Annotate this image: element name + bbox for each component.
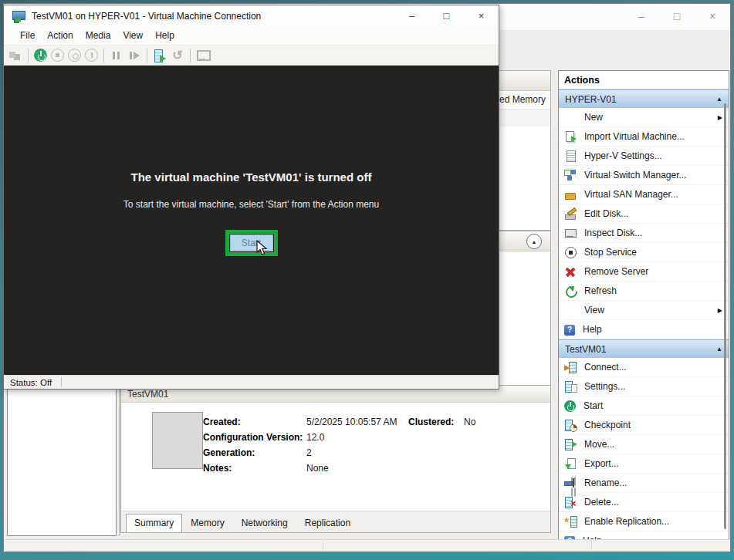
delete-icon — [564, 496, 577, 508]
action-item-inspect-disk[interactable]: Inspect Disk... — [559, 224, 729, 243]
statusbar-separator — [61, 377, 62, 387]
action-label: View — [584, 305, 604, 315]
action-item-hyperv-settings[interactable]: Hyper-V Settings... — [559, 147, 729, 166]
collapse-section-icon[interactable]: ▲ — [716, 96, 722, 103]
collapse-panel-button[interactable]: ▲ — [526, 234, 542, 249]
save-icon[interactable] — [85, 49, 98, 62]
action-item-export[interactable]: Export... — [559, 454, 729, 474]
tab-memory[interactable]: Memory — [182, 514, 232, 532]
collapse-section-icon[interactable]: ▲ — [716, 346, 722, 353]
action-item-enable-replication[interactable]: Enable Replication... — [559, 512, 729, 531]
vm-screen: The virtual machine 'TestVM01' is turned… — [4, 66, 499, 375]
action-label: Checkpoint — [584, 420, 631, 430]
enhanced-session-icon[interactable] — [196, 49, 210, 62]
checkpoint-icon — [564, 419, 577, 431]
start-icon[interactable] — [34, 49, 47, 62]
manager-maximize-button[interactable]: □ — [659, 4, 695, 29]
detail-value: None — [306, 463, 329, 474]
action-label: Stop Service — [584, 247, 637, 258]
checkpoint-icon[interactable] — [153, 49, 167, 62]
manager-close-button[interactable]: × — [695, 4, 730, 29]
turn-off-icon[interactable] — [51, 49, 64, 62]
tab-replication[interactable]: Replication — [296, 514, 359, 532]
action-label: New — [584, 112, 603, 123]
action-item-import-virtual-machine[interactable]: Import Virtual Machine... — [559, 127, 729, 147]
manager-minimize-button[interactable]: – — [624, 4, 659, 29]
tab-summary[interactable]: Summary — [126, 514, 182, 532]
menu-action[interactable]: Action — [41, 28, 79, 43]
action-item-stop-service[interactable]: Stop Service — [559, 243, 729, 262]
action-label: Refresh — [584, 285, 617, 296]
action-label: Remove Server — [584, 266, 648, 277]
section-header-label: TestVM01 — [565, 344, 606, 355]
export-icon — [564, 457, 577, 470]
ctrl-alt-del-icon[interactable] — [8, 49, 22, 62]
revert-icon[interactable]: ↺ — [171, 49, 184, 62]
menu-media[interactable]: Media — [79, 28, 117, 43]
action-item-settings[interactable]: Settings... — [559, 377, 729, 396]
detail-row: Configuration Version: 12.0 — [203, 432, 324, 443]
detail-label: Generation: — [203, 447, 306, 458]
action-label: Virtual Switch Manager... — [584, 170, 687, 180]
remove-server-icon — [564, 265, 577, 278]
virtual-san-icon — [564, 188, 577, 201]
action-item-view[interactable]: View ▶ — [559, 301, 729, 320]
action-item-rename[interactable]: Rename... — [559, 474, 729, 493]
detail-row-clustered: Clustered: No — [408, 417, 475, 427]
action-item-move[interactable]: Move... — [559, 435, 729, 454]
detail-label: Notes: — [203, 463, 306, 474]
refresh-icon — [564, 285, 577, 297]
toolbar-separator — [28, 49, 29, 62]
action-item-help[interactable]: Help — [559, 320, 729, 339]
action-item-virtual-san-manager[interactable]: Virtual SAN Manager... — [559, 185, 729, 204]
action-label: Enable Replication... — [584, 516, 669, 527]
clustered-value: No — [464, 417, 475, 427]
edit-disk-icon — [564, 207, 577, 220]
reset-icon[interactable] — [127, 49, 141, 62]
actions-section-hyperv01[interactable]: HYPER-V01 ▲ — [559, 89, 729, 108]
detail-row: Created: 5/2/2025 10:05:57 AM — [203, 417, 397, 427]
action-item-start[interactable]: Start — [559, 396, 729, 416]
tab-networking[interactable]: Networking — [233, 514, 296, 532]
section-header-label: HYPER-V01 — [565, 94, 617, 105]
action-label: Edit Disk... — [584, 208, 628, 219]
action-item-refresh[interactable]: Refresh — [559, 282, 729, 301]
clustered-label: Clustered: — [408, 417, 464, 427]
menu-help[interactable]: Help — [149, 28, 181, 43]
action-item-new[interactable]: New ▶ — [559, 108, 729, 127]
menu-view[interactable]: View — [117, 28, 149, 43]
action-label: Rename... — [584, 477, 627, 488]
action-label: Delete... — [584, 497, 619, 508]
vm-titlebar[interactable]: TestVM01 on HYPER-V01 - Virtual Machine … — [4, 5, 499, 26]
shut-down-icon[interactable] — [68, 49, 81, 62]
action-item-remove-server[interactable]: Remove Server — [559, 262, 729, 282]
vm-thumbnail — [152, 412, 203, 469]
blank-icon — [564, 304, 577, 316]
inspect-disk-icon — [564, 227, 577, 239]
actions-pane: Actions HYPER-V01 ▲ New ▶ Import Virtual… — [558, 70, 729, 541]
action-label: Import Virtual Machine... — [584, 131, 685, 142]
actions-section-testvm01[interactable]: TestVM01 ▲ — [559, 339, 729, 358]
action-item-delete[interactable]: Delete... — [559, 493, 729, 512]
detail-value: 5/2/2025 10:05:57 AM — [306, 417, 397, 427]
virtual-switch-icon — [564, 169, 577, 181]
vm-maximize-button[interactable]: □ — [429, 5, 464, 26]
menu-file[interactable]: File — [14, 28, 41, 43]
action-label: Inspect Disk... — [584, 228, 642, 238]
actions-pane-title: Actions — [559, 71, 729, 89]
action-item-edit-disk[interactable]: Edit Disk... — [559, 204, 729, 224]
toolbar-separator — [103, 49, 104, 62]
action-label: Virtual SAN Manager... — [584, 189, 678, 200]
action-label: Move... — [584, 439, 614, 450]
vm-minimize-button[interactable]: – — [394, 5, 429, 26]
vm-menubar: File Action Media View Help — [4, 26, 499, 45]
action-item-connect[interactable]: Connect... — [559, 358, 729, 377]
help-icon — [564, 325, 575, 336]
vm-close-button[interactable]: × — [464, 5, 499, 26]
detail-value: 2 — [306, 447, 312, 458]
action-item-checkpoint[interactable]: Checkpoint — [559, 416, 729, 435]
action-item-virtual-switch-manager[interactable]: Virtual Switch Manager... — [559, 166, 729, 185]
actions-scrollbar[interactable] — [724, 103, 726, 529]
start-button-highlight: Start — [225, 230, 278, 256]
pause-icon[interactable] — [110, 49, 123, 62]
